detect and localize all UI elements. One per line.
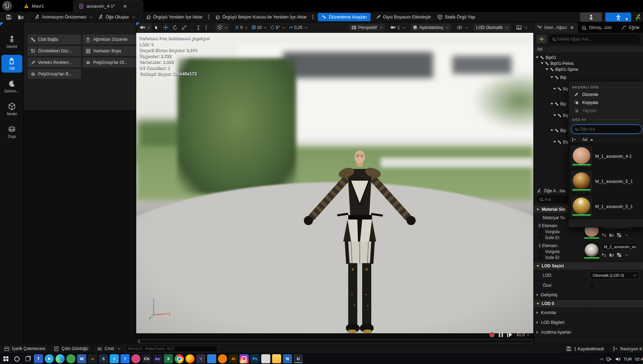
- facebook-icon[interactable]: f: [120, 354, 130, 363]
- excel-icon[interactable]: X: [164, 354, 173, 363]
- plant-app-icon[interactable]: [66, 354, 75, 363]
- use-selected-icon[interactable]: [601, 252, 606, 257]
- coordinate-system-button[interactable]: [194, 23, 203, 32]
- cloth-paint-button[interactable]: Giysi Boyasını Etkinleştir: [373, 12, 434, 22]
- scale-snap-button[interactable]: 0,25: [287, 23, 309, 32]
- browse-to-asset-icon[interactable]: [609, 232, 614, 237]
- grid-snap-button[interactable]: 10: [250, 23, 268, 32]
- assassin-character-model[interactable]: [295, 148, 424, 333]
- browse-asset-button[interactable]: [15, 12, 27, 22]
- editing-tools-button[interactable]: Düzenleme Araçları: [318, 13, 370, 21]
- cmd-dropdown[interactable]: Cmd: [93, 344, 124, 354]
- chrome-icon[interactable]: [175, 354, 184, 363]
- unsaved-assets-button[interactable]: 1 Kaydedilmedi: [562, 344, 608, 354]
- skeletal-mesh-mode-button[interactable]: [605, 13, 631, 22]
- highlight-checkbox[interactable]: [539, 250, 543, 254]
- skeleton-search-box[interactable]: [549, 35, 640, 43]
- bind-skin-button[interactable]: Cildi Bağla: [28, 35, 81, 44]
- illustrator-icon[interactable]: Ai: [229, 354, 238, 363]
- clock[interactable]: 02:44: [635, 357, 643, 361]
- skeleton-search-input[interactable]: [557, 37, 640, 42]
- view-mode-dropdown[interactable]: Aydınlatılmış: [410, 24, 451, 31]
- tree-column-header[interactable]: Ad: [534, 45, 643, 53]
- network-icon[interactable]: [606, 356, 612, 362]
- advanced-expander[interactable]: Gelişmiş: [534, 290, 643, 299]
- sidebar-item-skeleton[interactable]: İskelet: [1, 33, 22, 51]
- word-icon[interactable]: W: [77, 354, 86, 363]
- lod-value-dropdown[interactable]: Otomatik (LOD 0): [590, 272, 639, 279]
- telegram-icon[interactable]: [45, 354, 54, 363]
- tab-close-icon[interactable]: [570, 25, 575, 30]
- translate-tool-button[interactable]: [161, 23, 170, 32]
- material-list-item[interactable]: M_1_assassin_5_1: [569, 194, 643, 219]
- create-polygroups-button[interactable]: PolyGroup'lar Ol...: [83, 58, 136, 67]
- reimport-mesh-button[interactable]: Örgüyü Yeniden İçe Aktar: [143, 12, 206, 22]
- photoshop-icon[interactable]: Ps: [250, 354, 260, 363]
- search-icon[interactable]: [12, 354, 21, 363]
- hierarchy-icon[interactable]: [571, 137, 576, 142]
- custom-checkbox[interactable]: [590, 283, 594, 288]
- animation-mode-icon[interactable]: [635, 14, 642, 21]
- add-bone-button[interactable]: [536, 35, 547, 43]
- file-explorer-icon[interactable]: [272, 354, 281, 363]
- language-indicator[interactable]: TUR: [624, 357, 632, 361]
- material-list-item[interactable]: M_1_assassin_5_1: [569, 169, 643, 194]
- output-log-button[interactable]: Çıktı Günlüğü: [50, 344, 93, 354]
- scale-tool-button[interactable]: [180, 23, 188, 32]
- console-command-box[interactable]: [126, 346, 218, 352]
- timeline-scrubber[interactable]: [137, 339, 533, 343]
- show-flags-dropdown[interactable]: [454, 24, 470, 31]
- orange-rings-app-icon[interactable]: ∞: [88, 354, 97, 363]
- pause-button[interactable]: [499, 333, 503, 337]
- vs-code-icon[interactable]: [207, 354, 216, 363]
- isolate-checkbox[interactable]: [539, 236, 543, 240]
- isolate-checkbox[interactable]: [539, 255, 543, 260]
- screenshot-dropdown[interactable]: [513, 24, 530, 31]
- vertex-colors-button[interactable]: Verteks Renkleri...: [28, 58, 81, 67]
- edit-attributes-button[interactable]: Öznitelikleri Düz...: [28, 46, 81, 56]
- viewport-options-button[interactable]: [138, 23, 152, 32]
- reduction-settings-expander[interactable]: Azaltma Ayarları: [534, 327, 643, 337]
- tab-asset[interactable]: assassin_4-1*: [73, 0, 143, 12]
- tab-retarget-manager[interactable]: Dönüş...icisi: [578, 22, 615, 33]
- lod-info-expander[interactable]: LOD Bilgileri: [534, 318, 643, 327]
- tab-skeleton-tree[interactable]: İskel...Ağacı: [534, 22, 578, 33]
- record-button[interactable]: [489, 332, 495, 337]
- camera-speed-dropdown[interactable]: 1: [388, 24, 408, 31]
- task-view-icon[interactable]: [23, 354, 32, 363]
- sidebar-item-skin[interactable]: Cilt: [1, 55, 22, 73]
- checker-icon[interactable]: [617, 253, 621, 257]
- tree-row[interactable]: Bip: [534, 74, 643, 80]
- tree-row[interactable]: Bip01: [534, 54, 643, 60]
- context-edit-item[interactable]: Düzenle: [569, 90, 643, 98]
- sidebar-item-deform[interactable]: Deform...: [1, 77, 22, 95]
- save-button[interactable]: [3, 12, 15, 22]
- sidebar-item-model[interactable]: Model: [1, 100, 22, 118]
- pocket-icon[interactable]: [131, 354, 140, 363]
- unreal-engine-logo[interactable]: [2, 1, 13, 11]
- paint-maps-button[interactable]: Haritaları Boya: [83, 46, 136, 56]
- rotate-tool-button[interactable]: [171, 23, 179, 32]
- location-snap-button[interactable]: 0: [233, 23, 249, 32]
- context-paste-item[interactable]: Yapıştır: [569, 106, 643, 114]
- edit-weights-button[interactable]: Ağırlıkları Düzenle: [83, 35, 136, 44]
- create-asset-button[interactable]: Öğe Oluştur: [95, 12, 138, 22]
- visual-studio-icon[interactable]: V: [196, 354, 205, 363]
- reimport-options-dots[interactable]: [208, 16, 209, 17]
- blender-icon[interactable]: [218, 354, 227, 363]
- perspective-dropdown[interactable]: Perspektif: [349, 24, 385, 31]
- material-list-item[interactable]: M_1_assassin_4-1: [569, 144, 643, 169]
- reimport-mesh-dialog-button[interactable]: Örgüyü İletişim Kutusu ile Yeniden İçe A…: [212, 12, 310, 22]
- orbit-mode-button[interactable]: [215, 23, 229, 32]
- reimport-dialog-options-dots[interactable]: [312, 16, 313, 17]
- chrome-canary-icon[interactable]: Ch: [142, 354, 151, 363]
- edge-icon[interactable]: [56, 354, 65, 363]
- select-tool-button[interactable]: [152, 23, 161, 32]
- skeleton-mode-button[interactable]: [580, 13, 602, 22]
- teams-icon[interactable]: T: [34, 354, 43, 363]
- volume-icon[interactable]: [615, 356, 621, 362]
- browse-to-asset-icon[interactable]: [609, 252, 614, 257]
- rotation-snap-button[interactable]: 5°: [269, 23, 286, 32]
- highlight-checkbox[interactable]: [539, 230, 543, 234]
- material-1-thumbnail[interactable]: [584, 243, 599, 259]
